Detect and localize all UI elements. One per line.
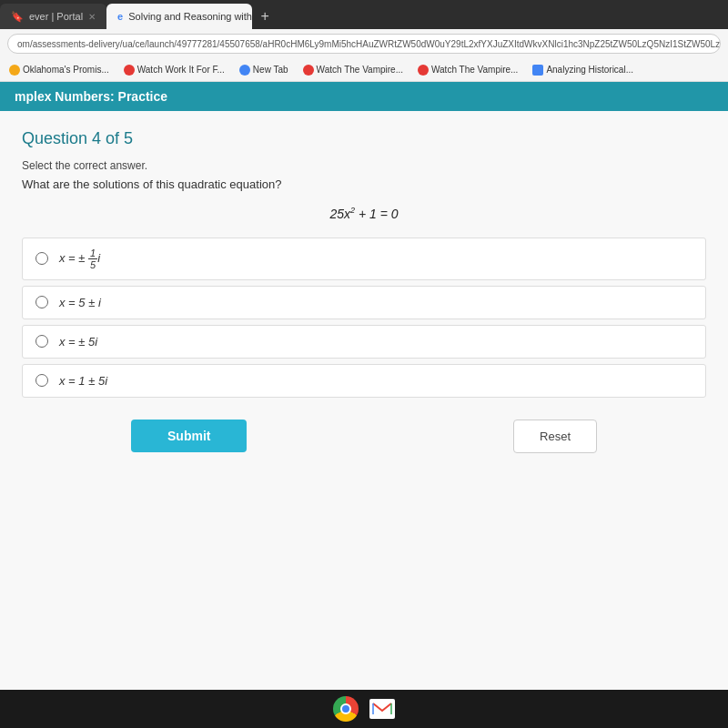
bookmark-vampire2[interactable]: Watch The Vampire... <box>414 63 521 77</box>
bookmark-newtab-icon <box>239 65 250 76</box>
tab-portal-label: ever | Portal <box>29 11 83 22</box>
bookmark-watch1-icon <box>124 65 135 76</box>
page-header: mplex Numbers: Practice <box>0 82 728 111</box>
address-input[interactable]: om/assessments-delivery/ua/ce/launch/497… <box>7 34 721 54</box>
question-text: What are the solutions of this quadratic… <box>22 177 706 191</box>
chrome-taskbar-icon[interactable] <box>333 696 359 722</box>
option-b-text: x = 5 ± i <box>59 296 101 309</box>
bookmark-vampire1-label: Watch The Vampire... <box>317 65 403 75</box>
buttons-row: Submit Reset <box>22 420 706 453</box>
bookmark-analyzing-label: Analyzing Historical... <box>546 65 633 75</box>
bookmark-vampire1[interactable]: Watch The Vampire... <box>299 63 407 77</box>
submit-button[interactable]: Submit <box>131 420 247 452</box>
radio-b[interactable] <box>35 296 48 308</box>
gmail-taskbar-icon[interactable] <box>369 699 395 719</box>
question-title: Question 4 of 5 <box>22 129 706 148</box>
option-c-text: x = ± 5i <box>59 335 97 349</box>
option-d[interactable]: x = 1 ± 5i <box>22 364 706 398</box>
radio-a[interactable] <box>35 252 48 265</box>
bookmark-vampire1-icon <box>303 65 314 76</box>
instruction-text: Select the correct answer. <box>22 159 706 172</box>
tab-portal-close[interactable]: ✕ <box>88 12 96 22</box>
svg-rect-0 <box>372 702 392 716</box>
page-header-text: mplex Numbers: Practice <box>15 89 167 104</box>
gmail-icon-svg <box>372 702 392 716</box>
tab-solving-label: Solving and Reasoning with Com <box>128 11 252 22</box>
equation-display: 25x2 + 1 = 0 <box>22 206 706 221</box>
option-d-text: x = 1 ± 5i <box>59 374 107 388</box>
tab-solving[interactable]: e Solving and Reasoning with Com ✕ <box>106 4 252 29</box>
option-b[interactable]: x = 5 ± i <box>22 286 706 319</box>
bookmark-newtab-label: New Tab <box>253 65 288 75</box>
bookmark-oklahoma-icon <box>9 65 20 76</box>
taskbar <box>0 690 728 728</box>
tab-portal[interactable]: 🔖 ever | Portal ✕ <box>0 4 106 29</box>
browser-chrome: 🔖 ever | Portal ✕ e Solving and Reasonin… <box>0 0 728 82</box>
main-content: Question 4 of 5 Select the correct answe… <box>0 111 728 690</box>
equation-text: 25x2 + 1 = 0 <box>329 207 398 221</box>
bookmark-oklahoma[interactable]: Oklahoma's Promis... <box>5 63 113 77</box>
bookmark-vampire2-label: Watch The Vampire... <box>431 65 518 75</box>
bookmark-analyzing[interactable]: Analyzing Historical... <box>529 63 637 77</box>
reset-button[interactable]: Reset <box>513 420 597 453</box>
radio-d[interactable] <box>35 374 48 387</box>
option-a[interactable]: x = ± 15i <box>22 238 706 280</box>
bookmark-watch1[interactable]: Watch Work It For F... <box>120 63 228 77</box>
bookmark-analyzing-icon <box>532 65 543 76</box>
address-bar: om/assessments-delivery/ua/ce/launch/497… <box>0 29 728 58</box>
tab-solving-icon: e <box>117 11 123 22</box>
chrome-inner-circle <box>340 703 351 714</box>
bookmarks-bar: Oklahoma's Promis... Watch Work It For F… <box>0 58 728 82</box>
bookmark-newtab[interactable]: New Tab <box>236 63 292 77</box>
page-content: mplex Numbers: Practice Question 4 of 5 … <box>0 82 728 690</box>
bookmark-vampire2-icon <box>418 65 429 76</box>
option-c[interactable]: x = ± 5i <box>22 325 706 359</box>
option-a-text: x = ± 15i <box>59 248 100 270</box>
radio-c[interactable] <box>35 335 48 348</box>
new-tab-button[interactable]: + <box>252 4 278 29</box>
address-text: om/assessments-delivery/ua/ce/launch/497… <box>17 39 721 49</box>
tab-bar: 🔖 ever | Portal ✕ e Solving and Reasonin… <box>0 0 728 29</box>
tab-portal-icon: 🔖 <box>11 11 24 23</box>
bookmark-oklahoma-label: Oklahoma's Promis... <box>23 65 109 75</box>
bookmark-watch1-label: Watch Work It For F... <box>137 65 225 75</box>
